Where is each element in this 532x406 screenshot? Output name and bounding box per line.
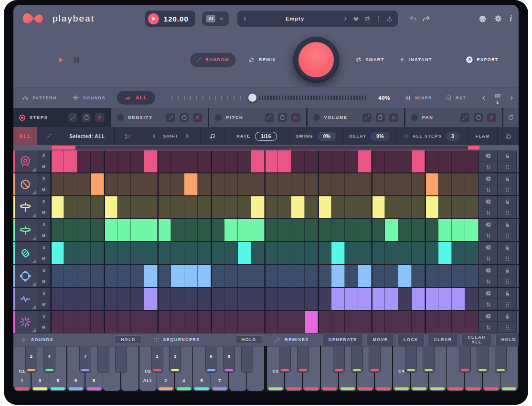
step-hihat-22[interactable] <box>331 196 345 218</box>
step-snare-7[interactable] <box>131 173 144 195</box>
sounds-toggle[interactable]: SOUNDS <box>72 94 106 101</box>
step-hihat-30[interactable] <box>438 196 452 218</box>
step-shaker-20[interactable] <box>305 242 318 264</box>
step-shaker-23[interactable] <box>345 242 358 264</box>
step-hihat-26[interactable] <box>385 196 398 218</box>
mute-button[interactable]: M <box>37 161 50 172</box>
step-tom-6[interactable] <box>117 265 131 287</box>
step-shaker-14[interactable] <box>224 242 238 264</box>
step-kick-6[interactable] <box>117 150 131 172</box>
step-hihat-10[interactable] <box>171 196 184 218</box>
expand-corner-icon[interactable] <box>32 191 36 194</box>
step-fx-30[interactable] <box>438 311 452 333</box>
clear-all-button[interactable]: CLEAR ALL <box>461 333 492 346</box>
step-fx-3[interactable] <box>77 311 91 333</box>
smart-button[interactable]: SMART <box>355 56 384 63</box>
step-snare-32[interactable] <box>465 173 479 195</box>
step-hihat-4[interactable] <box>91 196 104 218</box>
step-snare-18[interactable] <box>278 173 291 195</box>
step-hihat-14[interactable] <box>224 196 238 218</box>
expand-corner-icon[interactable] <box>32 168 36 171</box>
copy-button[interactable] <box>498 127 519 145</box>
step-kick-14[interactable] <box>224 150 238 172</box>
step-cymbal-3[interactable] <box>77 219 91 241</box>
step-tom-29[interactable] <box>425 265 438 287</box>
track-filter-button[interactable] <box>479 207 498 218</box>
step-snare-11[interactable] <box>184 173 198 195</box>
step-synth-5[interactable] <box>104 288 117 310</box>
black-key[interactable] <box>477 346 489 373</box>
step-fx-4[interactable] <box>91 311 104 333</box>
tab-random-icon[interactable] <box>68 113 77 122</box>
step-synth-2[interactable] <box>64 288 77 310</box>
track-drag-handle[interactable] <box>498 276 517 287</box>
step-hihat-29[interactable] <box>425 196 438 218</box>
step-synth-30[interactable] <box>438 288 452 310</box>
expand-corner-icon[interactable] <box>32 305 36 309</box>
export-button[interactable]: EXPORT <box>466 56 499 64</box>
step-hihat-13[interactable] <box>211 196 224 218</box>
step-fx-16[interactable] <box>251 311 265 333</box>
track-select-kick[interactable] <box>13 150 37 172</box>
step-synth-9[interactable] <box>158 288 171 310</box>
step-snare-19[interactable] <box>291 173 305 195</box>
step-tom-21[interactable] <box>318 265 331 287</box>
step-shaker-9[interactable] <box>158 242 171 264</box>
track-drag-handle[interactable] <box>498 230 517 241</box>
step-tom-25[interactable] <box>372 265 385 287</box>
step-cymbal-19[interactable] <box>291 219 305 241</box>
track-lock-button[interactable] <box>498 196 517 207</box>
step-synth-17[interactable] <box>265 288 278 310</box>
mute-button[interactable]: M <box>37 276 50 287</box>
clear-track-button[interactable] <box>479 242 498 253</box>
step-fx-21[interactable] <box>318 311 331 333</box>
step-fx-14[interactable] <box>224 311 238 333</box>
black-key[interactable] <box>495 346 507 373</box>
preset-next-icon[interactable] <box>342 16 348 21</box>
bpm-play-icon[interactable] <box>148 13 159 24</box>
step-kick-21[interactable] <box>318 150 331 172</box>
step-cymbal-5[interactable] <box>104 219 117 241</box>
clear-track-button[interactable] <box>479 288 498 299</box>
step-kick-5[interactable] <box>104 150 117 172</box>
clear-button[interactable]: CLEAR <box>428 333 458 346</box>
step-shaker-22[interactable] <box>331 242 345 264</box>
step-cymbal-15[interactable] <box>238 219 251 241</box>
tab-random-icon[interactable] <box>265 113 274 122</box>
step-cymbal-7[interactable] <box>131 219 144 241</box>
step-hihat-20[interactable] <box>305 196 318 218</box>
step-synth-29[interactable] <box>425 288 438 310</box>
black-key[interactable]: 2 <box>25 346 37 373</box>
step-kick-13[interactable] <box>211 150 224 172</box>
step-fx-12[interactable] <box>198 311 211 333</box>
piano-mode-icon[interactable] <box>73 56 80 64</box>
step-shaker-26[interactable] <box>385 242 398 264</box>
expand-corner-icon[interactable] <box>32 259 36 263</box>
step-snare-30[interactable] <box>438 173 452 195</box>
step-shaker-17[interactable] <box>265 242 278 264</box>
undo-icon[interactable] <box>409 15 417 23</box>
step-snare-28[interactable] <box>412 173 425 195</box>
all-steps-value[interactable]: 3 <box>446 132 460 141</box>
solo-button[interactable]: S <box>37 196 50 207</box>
step-tom-12[interactable] <box>198 265 211 287</box>
step-tom-1[interactable] <box>51 265 64 287</box>
step-kick-23[interactable] <box>345 150 358 172</box>
step-fx-7[interactable] <box>131 311 144 333</box>
sequencers-hold-button[interactable]: HOLD <box>235 335 263 344</box>
black-key[interactable] <box>351 346 363 373</box>
step-synth-31[interactable] <box>452 288 465 310</box>
step-cymbal-18[interactable] <box>278 219 291 241</box>
move-button[interactable]: MOVE <box>366 333 394 346</box>
step-shaker-6[interactable] <box>117 242 131 264</box>
row-random-button[interactable] <box>37 127 60 145</box>
step-hihat-24[interactable] <box>358 196 372 218</box>
step-cymbal-32[interactable] <box>465 219 479 241</box>
step-snare-17[interactable] <box>265 173 278 195</box>
step-fx-13[interactable] <box>211 311 224 333</box>
step-snare-15[interactable] <box>238 173 251 195</box>
solo-button[interactable]: S <box>37 219 50 230</box>
step-fx-18[interactable] <box>278 311 291 333</box>
step-shaker-18[interactable] <box>278 242 291 264</box>
step-fx-9[interactable] <box>158 311 171 333</box>
